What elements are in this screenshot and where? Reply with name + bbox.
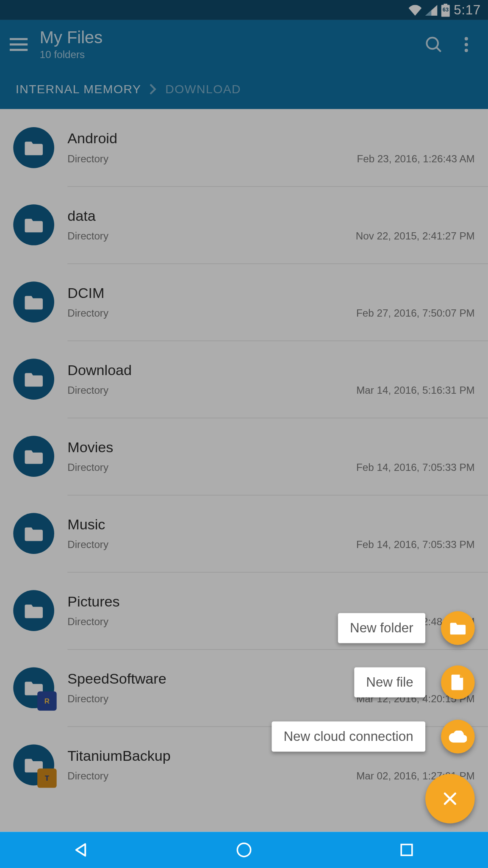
- fab-label: New folder: [338, 613, 425, 643]
- cloud-icon: [441, 720, 475, 754]
- svg-rect-7: [401, 845, 412, 856]
- back-button[interactable]: [63, 832, 99, 868]
- navigation-bar: [0, 832, 488, 868]
- fab-label: New cloud connection: [272, 721, 425, 751]
- home-button[interactable]: [226, 832, 262, 868]
- close-icon: [425, 774, 475, 823]
- fab-close[interactable]: [425, 774, 475, 823]
- folder-icon: [441, 611, 475, 645]
- recent-apps-button[interactable]: [388, 832, 424, 868]
- file-icon: [441, 665, 475, 699]
- fab-label: New file: [354, 667, 425, 697]
- fab-menu: New folder New file New cloud connection: [272, 611, 475, 823]
- fab-action-new-cloud[interactable]: New cloud connection: [272, 720, 475, 754]
- svg-point-6: [237, 843, 250, 857]
- fab-action-new-folder[interactable]: New folder: [338, 611, 475, 645]
- fab-action-new-file[interactable]: New file: [354, 665, 475, 699]
